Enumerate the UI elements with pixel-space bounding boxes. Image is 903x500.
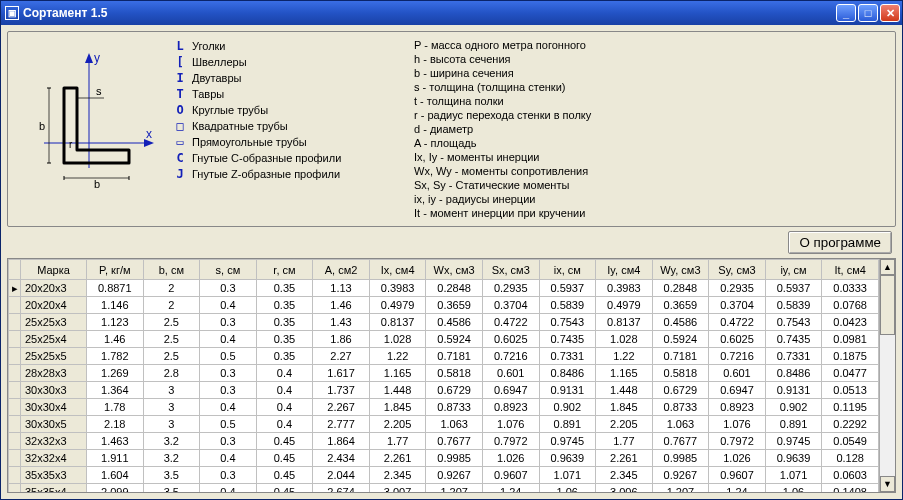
- cell[interactable]: 1.076: [709, 416, 766, 433]
- cell[interactable]: 0.891: [539, 416, 596, 433]
- cell[interactable]: 0.5818: [426, 365, 483, 382]
- cell[interactable]: 0.9745: [539, 433, 596, 450]
- cell[interactable]: 0.4: [256, 399, 313, 416]
- cell[interactable]: 0.3659: [652, 297, 709, 314]
- cell[interactable]: 0.7435: [765, 331, 822, 348]
- cell[interactable]: 0.45: [256, 467, 313, 484]
- cell[interactable]: 3.006: [596, 484, 653, 494]
- cell[interactable]: 0.9131: [539, 382, 596, 399]
- cell[interactable]: 0.7331: [539, 348, 596, 365]
- profile-type-item[interactable]: TТавры: [174, 86, 404, 102]
- cell[interactable]: 3.5: [143, 467, 200, 484]
- cell[interactable]: 0.6729: [652, 382, 709, 399]
- cell[interactable]: 0.0423: [822, 314, 879, 331]
- table-row[interactable]: 30x30x41.7830.40.42.2671.8450.87330.8923…: [9, 399, 879, 416]
- cell[interactable]: 1.165: [596, 365, 653, 382]
- table-row[interactable]: 25x25x41.462.50.40.351.861.0280.59240.60…: [9, 331, 879, 348]
- cell[interactable]: 0.5937: [539, 280, 596, 297]
- cell[interactable]: 2.18: [87, 416, 144, 433]
- table-row[interactable]: 32x32x41.9113.20.40.452.4342.2610.99851.…: [9, 450, 879, 467]
- column-header[interactable]: iy, см: [765, 260, 822, 280]
- cell[interactable]: 0.7181: [652, 348, 709, 365]
- cell[interactable]: 0.6947: [482, 382, 539, 399]
- cell[interactable]: 0.4: [256, 365, 313, 382]
- cell[interactable]: 2.5: [143, 331, 200, 348]
- cell[interactable]: 0.0333: [822, 280, 879, 297]
- cell[interactable]: 1.207: [652, 484, 709, 494]
- cell[interactable]: 0.5: [200, 416, 257, 433]
- cell[interactable]: 1.22: [369, 348, 426, 365]
- minimize-button[interactable]: _: [836, 4, 856, 22]
- cell[interactable]: 1.364: [87, 382, 144, 399]
- cell[interactable]: 1.86: [313, 331, 370, 348]
- cell[interactable]: 1.071: [539, 467, 596, 484]
- column-header[interactable]: Wx, см3: [426, 260, 483, 280]
- cell[interactable]: 25x25x5: [21, 348, 87, 365]
- cell[interactable]: 2.267: [313, 399, 370, 416]
- cell[interactable]: 0.35: [256, 297, 313, 314]
- cell[interactable]: 2.205: [596, 416, 653, 433]
- cell[interactable]: 30x30x5: [21, 416, 87, 433]
- table-row[interactable]: 32x32x31.4633.20.30.451.8641.770.76770.7…: [9, 433, 879, 450]
- cell[interactable]: 1.026: [709, 450, 766, 467]
- cell[interactable]: 0.5839: [539, 297, 596, 314]
- cell[interactable]: 0.6729: [426, 382, 483, 399]
- profile-type-item[interactable]: IДвутавры: [174, 70, 404, 86]
- cell[interactable]: 35x35x3: [21, 467, 87, 484]
- cell[interactable]: 35x35x4: [21, 484, 87, 494]
- cell[interactable]: 1.063: [652, 416, 709, 433]
- cell[interactable]: 2.261: [369, 450, 426, 467]
- profile-type-item[interactable]: OКруглые трубы: [174, 102, 404, 118]
- cell[interactable]: 1.063: [426, 416, 483, 433]
- cell[interactable]: 0.7677: [426, 433, 483, 450]
- cell[interactable]: 0.9639: [765, 450, 822, 467]
- cell[interactable]: 3.5: [143, 484, 200, 494]
- cell[interactable]: 1.46: [313, 297, 370, 314]
- cell[interactable]: 0.0981: [822, 331, 879, 348]
- profile-type-item[interactable]: □Квадратные трубы: [174, 118, 404, 134]
- cell[interactable]: 0.3983: [369, 280, 426, 297]
- cell[interactable]: 0.8733: [426, 399, 483, 416]
- cell[interactable]: 1.165: [369, 365, 426, 382]
- cell[interactable]: 0.45: [256, 450, 313, 467]
- cell[interactable]: 2.099: [87, 484, 144, 494]
- cell[interactable]: 0.9639: [539, 450, 596, 467]
- cell[interactable]: 0.891: [765, 416, 822, 433]
- cell[interactable]: 0.2935: [709, 280, 766, 297]
- table-row[interactable]: 30x30x52.1830.50.42.7772.2051.0631.0760.…: [9, 416, 879, 433]
- cell[interactable]: 0.601: [709, 365, 766, 382]
- cell[interactable]: 0.35: [256, 331, 313, 348]
- table-row[interactable]: ▸20x20x30.887120.30.351.130.39830.28480.…: [9, 280, 879, 297]
- cell[interactable]: 2.345: [596, 467, 653, 484]
- cell[interactable]: 0.5924: [652, 331, 709, 348]
- cell[interactable]: 0.8486: [765, 365, 822, 382]
- cell[interactable]: 0.5818: [652, 365, 709, 382]
- cell[interactable]: 1.026: [482, 450, 539, 467]
- cell[interactable]: 0.9607: [709, 467, 766, 484]
- cell[interactable]: 0.902: [539, 399, 596, 416]
- cell[interactable]: 0.2848: [652, 280, 709, 297]
- cell[interactable]: 1.617: [313, 365, 370, 382]
- cell[interactable]: 0.3: [200, 433, 257, 450]
- cell[interactable]: 1.46: [87, 331, 144, 348]
- cell[interactable]: 0.0768: [822, 297, 879, 314]
- profile-type-item[interactable]: JГнутые Z-образные профили: [174, 166, 404, 182]
- cell[interactable]: 2.5: [143, 314, 200, 331]
- cell[interactable]: 1.06: [539, 484, 596, 494]
- scroll-up-button[interactable]: ▲: [880, 259, 895, 275]
- cell[interactable]: 0.7216: [482, 348, 539, 365]
- column-header[interactable]: Ix, см4: [369, 260, 426, 280]
- cell[interactable]: 0.4722: [709, 314, 766, 331]
- cell[interactable]: 2.345: [369, 467, 426, 484]
- cell[interactable]: 28x28x3: [21, 365, 87, 382]
- cell[interactable]: 1.448: [369, 382, 426, 399]
- cell[interactable]: 2: [143, 297, 200, 314]
- scroll-thumb[interactable]: [880, 275, 895, 335]
- column-header[interactable]: b, см: [143, 260, 200, 280]
- cell[interactable]: 2.205: [369, 416, 426, 433]
- cell[interactable]: 1.864: [313, 433, 370, 450]
- cell[interactable]: 0.6025: [709, 331, 766, 348]
- column-header[interactable]: Sy, см3: [709, 260, 766, 280]
- table-row[interactable]: 35x35x42.0993.50.40.452.6743.0071.2071.2…: [9, 484, 879, 494]
- cell[interactable]: 0.3: [200, 314, 257, 331]
